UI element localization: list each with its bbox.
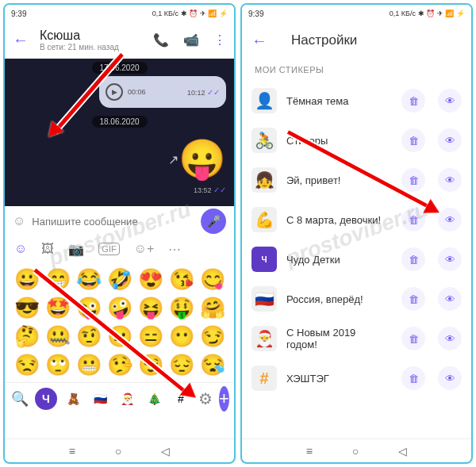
sticker-name: Чудо Детки — [286, 254, 389, 266]
emoji[interactable]: 🤑 — [167, 295, 195, 320]
sticker-tab[interactable]: 🎄 — [143, 388, 165, 410]
sticker-name: С 8 марта, девочки! — [286, 214, 389, 226]
more-tools-icon[interactable]: ⋯ — [168, 242, 181, 257]
sticker-message[interactable]: 😛 — [178, 136, 226, 182]
emoji[interactable]: 😋 — [198, 266, 226, 292]
gif-icon[interactable]: GIF — [98, 243, 119, 255]
emoji[interactable]: 🤔 — [13, 323, 40, 349]
emoji[interactable]: 😁 — [44, 266, 71, 292]
back-icon[interactable]: ← — [251, 32, 267, 50]
share-icon[interactable]: ↗ — [168, 152, 178, 167]
delete-icon[interactable]: 🗑 — [401, 208, 425, 232]
more-icon[interactable]: ⋮ — [213, 33, 226, 48]
gallery-icon[interactable]: 🖼 — [41, 242, 54, 256]
delete-icon[interactable]: 🗑 — [401, 89, 425, 113]
emoji[interactable]: 😶 — [167, 323, 195, 349]
delete-icon[interactable]: 🗑 — [401, 128, 425, 152]
chat-name: Ксюша — [40, 29, 153, 43]
sticker-row[interactable]: 👧Эй, привет!🗑👁 — [242, 160, 471, 200]
sticker-row[interactable]: #ХЭШТЭГ🗑👁 — [242, 358, 471, 398]
emoji[interactable]: 🤪 — [106, 295, 133, 320]
search-icon[interactable]: 🔍 — [11, 390, 29, 408]
sticker-row[interactable]: 💪С 8 марта, девочки!🗑👁 — [242, 200, 471, 239]
visibility-icon[interactable]: 👁 — [438, 89, 462, 113]
delete-icon[interactable]: 🗑 — [401, 287, 425, 311]
delete-icon[interactable]: 🗑 — [401, 327, 425, 350]
emoji[interactable]: 😑 — [136, 323, 164, 349]
mic-button[interactable]: 🎤 — [201, 209, 226, 234]
smiley-icon[interactable]: ☺ — [13, 214, 25, 228]
sticker-name: ХЭШТЭГ — [286, 373, 389, 385]
emoji[interactable]: 🤩 — [44, 295, 71, 320]
status-time: 9:39 — [11, 10, 26, 18]
delete-icon[interactable]: 🗑 — [401, 366, 425, 390]
sticker-tab[interactable]: 🧸 — [62, 388, 84, 410]
delete-icon[interactable]: 🗑 — [401, 168, 425, 192]
emoji[interactable]: 🤥 — [106, 352, 133, 377]
sticker-row[interactable]: 👤Тёмная тема🗑👁 — [242, 81, 471, 121]
emoji[interactable]: 😂 — [75, 266, 102, 292]
emoji[interactable]: 😌 — [136, 352, 164, 377]
mention-icon[interactable]: ☺+ — [134, 242, 155, 256]
emoji[interactable]: 😝 — [136, 295, 164, 320]
video-icon[interactable]: 📹 — [183, 33, 199, 48]
sticker-thumb: 👤 — [251, 88, 277, 113]
sticker-tab[interactable]: Ч — [35, 388, 57, 410]
delete-icon[interactable]: 🗑 — [401, 247, 425, 271]
voice-message[interactable]: ▶ 00:06 10:12 ✓✓ — [99, 76, 226, 108]
message-input[interactable] — [32, 216, 194, 228]
sticker-tab[interactable]: 🎅 — [116, 388, 138, 410]
emoji[interactable]: 😘 — [167, 266, 195, 292]
sticker-row[interactable]: 🚴Стикеры🗑👁 — [242, 121, 471, 160]
emoji[interactable]: 🤗 — [198, 295, 226, 320]
emoji[interactable]: 🤐 — [44, 323, 71, 349]
visibility-icon[interactable]: 👁 — [438, 327, 462, 350]
emoji[interactable]: 😎 — [13, 295, 40, 320]
emoji[interactable]: 😜 — [75, 295, 102, 320]
back-icon[interactable]: ← — [13, 31, 29, 49]
sticker-tab[interactable]: 🇷🇺 — [89, 388, 111, 410]
date-chip: 18.06.2020 — [91, 116, 147, 128]
chat-body[interactable]: 17.06.2020 ▶ 00:06 10:12 ✓✓ ↗ 18.06.2020… — [5, 59, 234, 206]
visibility-icon[interactable]: 👁 — [438, 247, 462, 271]
emoji-grid: 😀😁😂🤣😍😘😋😎🤩😜🤪😝🤑🤗🤔🤐🤨😐😑😶😏😒🙄😬🤥😌😔😪 — [5, 262, 234, 382]
date-chip: 17.06.2020 — [91, 62, 147, 74]
chat-last-seen: В сети: 21 мин. назад — [40, 43, 153, 52]
visibility-icon[interactable]: 👁 — [438, 128, 462, 152]
emoji[interactable]: 😬 — [75, 352, 102, 377]
call-icon[interactable]: 📞 — [153, 33, 169, 48]
sticker-row[interactable]: 🎅С Новым 2019 годом!🗑👁 — [242, 319, 471, 358]
add-stickers-button[interactable]: + — [219, 386, 229, 411]
emoji[interactable]: 😔 — [167, 352, 195, 377]
sticker-row[interactable]: ЧЧудо Детки🗑👁 — [242, 239, 471, 279]
visibility-icon[interactable]: 👁 — [438, 168, 462, 192]
nav-home-icon[interactable]: ○ — [115, 445, 121, 457]
emoji[interactable]: 🙄 — [44, 352, 71, 377]
section-label: МОИ СТИКЕРЫ — [242, 59, 471, 81]
nav-menu-icon[interactable]: ≡ — [306, 445, 313, 457]
sticker-tab[interactable]: # — [170, 388, 192, 410]
sticker-row[interactable]: 🇷🇺Россия, вперёд!🗑👁 — [242, 279, 471, 319]
emoji[interactable]: 😏 — [198, 323, 226, 349]
sticker-tool-icon[interactable]: ☺ — [14, 242, 27, 256]
emoji[interactable]: 😒 — [13, 352, 40, 377]
camera-icon[interactable]: 📷 — [68, 242, 84, 257]
visibility-icon[interactable]: 👁 — [438, 208, 462, 232]
emoji[interactable]: 😀 — [13, 266, 40, 292]
visibility-icon[interactable]: 👁 — [438, 366, 462, 390]
nav-back-icon[interactable]: ◁ — [398, 445, 407, 457]
sticker-thumb: 👧 — [251, 167, 277, 193]
gear-icon[interactable]: ⚙ — [198, 389, 213, 408]
play-icon[interactable]: ▶ — [106, 83, 123, 101]
visibility-icon[interactable]: 👁 — [438, 287, 462, 311]
emoji[interactable]: 😍 — [136, 266, 164, 292]
nav-home-icon[interactable]: ○ — [352, 445, 359, 457]
share-icon[interactable]: ↗ — [83, 84, 93, 99]
emoji[interactable]: 😪 — [198, 352, 226, 377]
emoji[interactable]: 😐 — [106, 323, 133, 349]
emoji[interactable]: 🤨 — [75, 323, 102, 349]
nav-back-icon[interactable]: ◁ — [161, 445, 170, 457]
sticker-tabs: 🔍 Ч🧸🇷🇺🎅🎄# ⚙ + — [5, 382, 234, 414]
emoji[interactable]: 🤣 — [106, 266, 133, 292]
nav-menu-icon[interactable]: ≡ — [69, 445, 75, 457]
